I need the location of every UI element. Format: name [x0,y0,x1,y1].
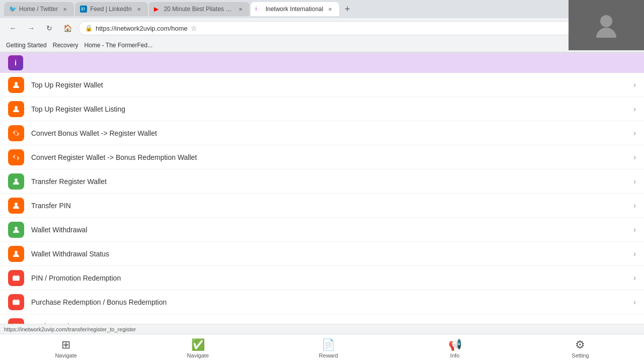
bookmark-star-icon[interactable]: ☆ [191,24,197,32]
tab-close-inetwork[interactable]: ✕ [326,5,334,13]
chevron-icon-transfer-pin: › [633,201,636,210]
bottom-nav-item-reward[interactable]: 📄 Reward [311,336,346,360]
webcam-overlay [569,0,644,50]
navigate-grid-icon: ⊞ [61,338,70,351]
bookmark-getting-started[interactable]: Getting Started [6,42,47,49]
menu-icon-pin-promotion-redemption [8,270,24,286]
chevron-icon-wallet-withdrawal-status: › [633,249,636,258]
bookmarks-bar: Getting Started Recovery Home - The Form… [0,38,644,52]
bottom-nav: ⊞ Navigate ✅ Navigate 📄 Reward 📢 Info ⚙ … [0,334,644,362]
navigate-check-icon: ✅ [191,338,205,351]
setting-icon: ⚙ [575,338,585,351]
menu-item-label-top-up-register-wallet: Top Up Register Wallet [31,81,633,89]
svg-point-3 [15,203,18,206]
bottom-nav-item-navigate-grid[interactable]: ⊞ Navigate [47,336,85,360]
bottom-nav-label-navigate-grid: Navigate [55,352,76,358]
bookmark-formerfed[interactable]: Home - The FormerFed... [84,42,152,49]
svg-point-4 [15,227,18,230]
menu-list: Top Up Register Wallet › Top Up Register… [0,73,644,324]
menu-item-wallet-withdrawal[interactable]: Wallet Withdrawal › [0,218,644,242]
menu-item-convert-bonus-wallet[interactable]: Convert Bonus Wallet -> Register Wallet … [0,121,644,145]
menu-item-purchase-redemption[interactable]: Purchase Redemption / Bonus Redemption › [0,290,644,314]
new-tab-button[interactable]: + [340,2,354,16]
svg-point-0 [15,82,18,85]
menu-item-label-pin-promotion-redemption: PIN / Promotion Redemption [31,274,633,282]
menu-icon-convert-bonus-wallet [8,125,24,141]
bottom-nav-item-info[interactable]: 📢 Info [440,336,470,360]
chevron-icon-wallet-withdrawal: › [633,225,636,234]
bottom-nav-item-setting[interactable]: ⚙ Setting [564,336,597,360]
back-button[interactable]: ← [6,21,20,35]
tab-inetwork[interactable]: i Inetwork International ✕ [251,2,340,16]
menu-item-transfer-pin[interactable]: Transfer PIN › [0,194,644,218]
menu-icon-transfer-register-wallet [8,173,24,190]
menu-item-top-up-register-wallet-listing[interactable]: Top Up Register Wallet Listing › [0,97,644,121]
menu-item-label-wallet-withdrawal-status: Wallet Withdrawal Status [31,250,633,258]
chevron-icon-transfer-register-wallet: › [633,177,636,186]
url-text: https://inetwork2uvip.com/home [96,25,188,32]
tab-close-twitter[interactable]: ✕ [61,5,69,13]
svg-rect-6 [13,276,20,281]
tab-pilates[interactable]: ▶ 20 Minute Best Pilates Vid... ✕ [149,2,250,16]
status-bar: https://inetwork2uvip.com/transfer/regis… [0,324,644,334]
chevron-icon-top-up-register-wallet: › [633,80,636,89]
chevron-icon-purchase-redemption: › [633,298,636,307]
reload-button[interactable]: ↻ [42,21,56,35]
tab-favicon-twitter: 🐦 [9,6,16,13]
menu-icon-convert-register-wallet [8,149,24,165]
chevron-icon-pin-promotion-redemption: › [633,274,636,283]
status-url-text: https://inetwork2uvip.com/transfer/regis… [4,326,136,332]
bottom-nav-label-info: Info [450,352,459,358]
menu-item-transfer-register-wallet[interactable]: Transfer Register Wallet › [0,169,644,194]
webcam-feed [569,0,644,50]
bottom-nav-item-navigate-active[interactable]: ✅ Navigate [179,336,217,360]
menu-item-pin-promotion-redemption[interactable]: PIN / Promotion Redemption › [0,266,644,290]
menu-item-label-purchase-redemption: Purchase Redemption / Bonus Redemption [31,298,633,306]
info-icon: 📢 [448,338,462,351]
app-logo: i [8,55,23,70]
menu-icon-purchase-redemption [8,294,24,310]
menu-item-label-convert-bonus-wallet: Convert Bonus Wallet -> Register Wallet [31,129,633,137]
menu-icon-top-up-register-wallet [8,77,24,93]
chevron-icon-top-up-register-wallet-listing: › [633,105,636,114]
address-bar-icons: ☆ [191,24,197,32]
tab-close-pilates[interactable]: ✕ [236,5,245,13]
menu-icon-top-up-register-wallet-listing [8,101,24,117]
forward-button[interactable]: → [24,21,38,35]
menu-item-top-up-register-wallet[interactable]: Top Up Register Wallet › [0,73,644,97]
menu-item-label-transfer-register-wallet: Transfer Register Wallet [31,177,633,186]
tab-favicon-inetwork: i [256,6,263,13]
svg-point-1 [15,106,18,109]
menu-item-wallet-withdrawal-status[interactable]: Wallet Withdrawal Status › [0,242,644,266]
address-bar[interactable]: 🔒 https://inetwork2uvip.com/home ☆ [78,21,602,35]
tab-twitter[interactable]: 🐦 Home / Twitter ✕ [4,2,74,16]
bookmark-recovery[interactable]: Recovery [53,42,78,49]
tab-linkedin[interactable]: in Feed | LinkedIn ✕ [75,2,148,16]
menu-item-convert-register-wallet[interactable]: Convert Register Wallet -> Bonus Redempt… [0,145,644,169]
bottom-nav-label-setting: Setting [572,352,589,358]
menu-icon-wallet-withdrawal [8,222,24,238]
tab-label-linkedin: Feed | LinkedIn [90,6,132,13]
app-header: i [0,53,644,73]
menu-item-label-convert-register-wallet: Convert Register Wallet -> Bonus Redempt… [31,153,633,161]
menu-item-label-top-up-register-wallet-listing: Top Up Register Wallet Listing [31,105,633,113]
svg-point-2 [15,178,18,182]
tab-bar: 🐦 Home / Twitter ✕ in Feed | LinkedIn ✕ … [0,0,644,18]
menu-icon-wallet-withdrawal-status [8,246,24,262]
address-bar-row: ← → ↻ 🏠 🔒 https://inetwork2uvip.com/home… [0,18,644,38]
home-button[interactable]: 🏠 [60,21,74,35]
bottom-nav-label-navigate-active: Navigate [187,352,209,358]
tab-close-linkedin[interactable]: ✕ [135,5,143,13]
tab-favicon-linkedin: in [80,6,87,13]
chevron-icon-convert-register-wallet: › [633,153,636,162]
chevron-icon-convert-bonus-wallet: › [633,129,636,138]
svg-rect-7 [13,300,20,305]
menu-icon-transfer-pin [8,198,24,214]
menu-item-label-wallet-withdrawal: Wallet Withdrawal [31,226,633,234]
tab-label-inetwork: Inetwork International [266,6,324,13]
tab-favicon-pilates: ▶ [154,6,161,13]
menu-item-product-order-report[interactable]: Product Order Report › [0,314,644,324]
browser-chrome: 🐦 Home / Twitter ✕ in Feed | LinkedIn ✕ … [0,0,644,53]
reward-icon: 📄 [321,338,335,351]
svg-point-11 [600,15,612,27]
